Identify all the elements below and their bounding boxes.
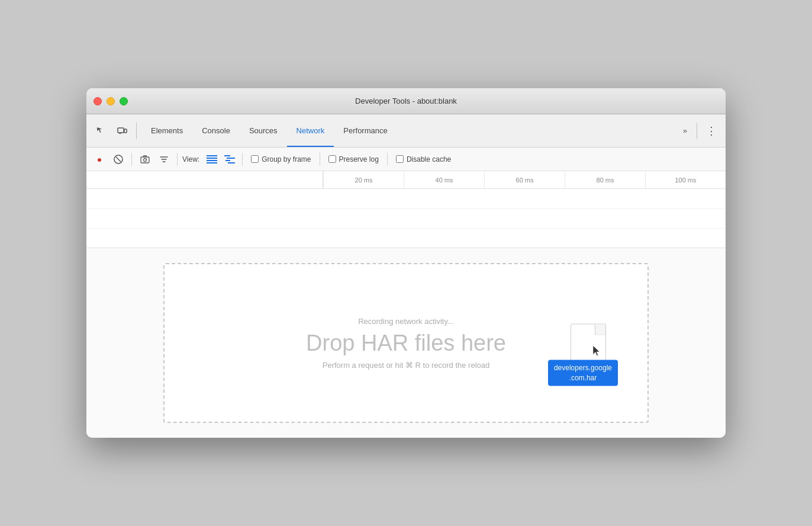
- recording-text: Recording network activity...: [358, 317, 454, 326]
- perform-text: Perform a request or hit ⌘ R to record t…: [323, 361, 490, 370]
- timeline-area: 20 ms 40 ms 60 ms 80 ms 100 ms: [86, 171, 726, 248]
- ruler-mark-4: 80 ms: [565, 171, 645, 188]
- ruler-mark-3: 60 ms: [484, 171, 565, 188]
- list-view-button[interactable]: [204, 152, 220, 167]
- svg-rect-1: [124, 129, 127, 133]
- waterfall-view-button[interactable]: [222, 152, 237, 167]
- svg-rect-7: [207, 155, 217, 156]
- tabs-area: Elements Console Sources Network Perform…: [141, 114, 676, 147]
- ruler-mark-2: 40 ms: [404, 171, 484, 188]
- net-divider-5: [387, 153, 388, 166]
- inspect-element-button[interactable]: [91, 121, 110, 140]
- svg-rect-11: [224, 155, 230, 156]
- svg-rect-14: [228, 162, 235, 163]
- net-divider-2: [177, 153, 178, 166]
- svg-point-6: [144, 158, 147, 161]
- svg-rect-13: [225, 160, 230, 161]
- svg-rect-10: [207, 162, 217, 163]
- file-corner: [595, 325, 605, 335]
- ruler-mark-1: 20 ms: [323, 171, 404, 188]
- drop-text-container: Recording network activity... Drop HAR f…: [306, 317, 506, 370]
- main-toolbar: Elements Console Sources Network Perform…: [86, 114, 726, 147]
- toolbar-divider-2: [697, 123, 697, 139]
- svg-rect-5: [141, 157, 149, 163]
- disable-cache-checkbox[interactable]: Disable cache: [396, 155, 451, 163]
- maximize-button[interactable]: [120, 97, 128, 105]
- tab-network[interactable]: Network: [287, 114, 334, 147]
- more-tabs-button[interactable]: »: [678, 121, 692, 140]
- filter-button[interactable]: [156, 151, 172, 168]
- minimize-button[interactable]: [107, 97, 115, 105]
- timeline-ruler: 20 ms 40 ms 60 ms 80 ms 100 ms: [86, 171, 726, 189]
- svg-line-4: [116, 157, 121, 162]
- kebab-menu-button[interactable]: ⋮: [702, 121, 721, 140]
- toolbar-right: » ⋮: [678, 121, 721, 140]
- devtools-window: Developer Tools - about:blank Elements C…: [86, 88, 726, 438]
- net-divider-1: [131, 153, 132, 166]
- drop-zone[interactable]: Recording network activity... Drop HAR f…: [163, 263, 649, 423]
- group-by-frame-checkbox[interactable]: Group by frame: [251, 155, 311, 163]
- svg-rect-0: [118, 128, 124, 133]
- svg-rect-12: [227, 158, 235, 159]
- tab-elements[interactable]: Elements: [141, 114, 192, 147]
- tab-sources[interactable]: Sources: [240, 114, 287, 147]
- network-toolbar: ● View:: [86, 147, 726, 171]
- net-divider-3: [242, 153, 243, 166]
- drop-main-text: Drop HAR files here: [306, 331, 506, 356]
- preserve-log-checkbox[interactable]: Preserve log: [328, 155, 379, 163]
- view-label: View:: [182, 155, 199, 163]
- tab-performance[interactable]: Performance: [334, 114, 397, 147]
- drop-area[interactable]: Recording network activity... Drop HAR f…: [86, 248, 726, 438]
- record-button[interactable]: ●: [91, 151, 108, 168]
- clear-button[interactable]: [110, 151, 127, 168]
- title-bar: Developer Tools - about:blank: [86, 88, 726, 114]
- tab-console[interactable]: Console: [192, 114, 240, 147]
- net-divider-4: [320, 153, 320, 166]
- cursor-icon: [591, 345, 602, 361]
- ruler-mark-5: 100 ms: [645, 171, 726, 188]
- svg-rect-9: [207, 160, 217, 161]
- svg-rect-8: [207, 158, 217, 159]
- har-file-container: developers.google .com.har: [571, 318, 612, 368]
- timeline-rows: [86, 189, 726, 248]
- close-button[interactable]: [94, 97, 102, 105]
- camera-button[interactable]: [137, 151, 153, 168]
- har-link[interactable]: developers.google .com.har: [548, 360, 618, 386]
- device-toggle-button[interactable]: [112, 121, 131, 140]
- toolbar-divider-1: [136, 123, 137, 139]
- traffic-lights: [94, 97, 128, 105]
- window-title: Developer Tools - about:blank: [355, 97, 457, 105]
